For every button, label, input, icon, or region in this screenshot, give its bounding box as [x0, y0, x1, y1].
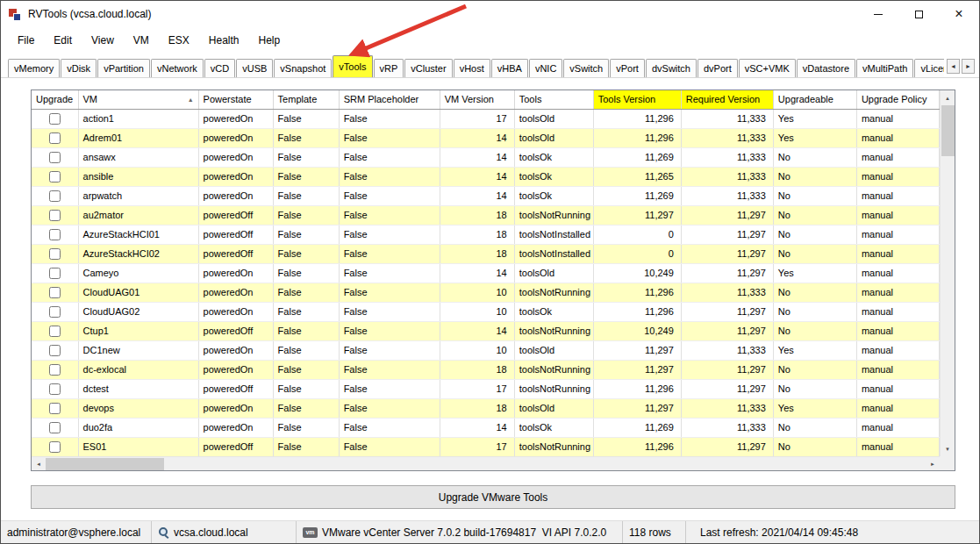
- tab-vhost[interactable]: vHost: [454, 59, 490, 77]
- column-header-vm[interactable]: VM▲: [78, 90, 198, 109]
- column-header-powerstate[interactable]: Powerstate: [198, 90, 273, 109]
- tab-vport[interactable]: vPort: [610, 59, 645, 77]
- tab-vcluster[interactable]: vCluster: [404, 59, 452, 77]
- cell-tools-version: 11,297: [593, 205, 681, 225]
- cell-template: False: [273, 283, 339, 302]
- column-header-tools[interactable]: Tools: [514, 90, 593, 109]
- upgrade-checkbox[interactable]: [49, 171, 61, 183]
- status-user: administrator@vsphere.local: [7, 526, 140, 539]
- tab-scroll-left-button[interactable]: ◄: [947, 59, 960, 74]
- upgrade-checkbox[interactable]: [49, 422, 61, 433]
- tab-vhba[interactable]: vHBA: [491, 59, 528, 77]
- horizontal-scrollbar[interactable]: ◄ ►: [32, 456, 940, 470]
- cell-srm-placeholder: False: [339, 379, 440, 398]
- upgrade-checkbox[interactable]: [49, 403, 61, 414]
- upgrade-checkbox[interactable]: [49, 364, 61, 376]
- tab-vmemory[interactable]: vMemory: [8, 59, 60, 77]
- column-header-required-version[interactable]: Required Version: [681, 90, 773, 109]
- column-header-upgrade[interactable]: Upgrade: [32, 90, 78, 109]
- tab-vrp[interactable]: vRP: [374, 59, 404, 77]
- upgrade-checkbox[interactable]: [49, 248, 61, 260]
- column-header-template[interactable]: Template: [273, 90, 339, 109]
- cell-powerstate: poweredOn: [198, 128, 273, 147]
- cell-required-version: 11,333: [681, 186, 773, 205]
- tab-vdatastore[interactable]: vDatastore: [797, 59, 855, 77]
- tab-scroll-right-button[interactable]: ►: [962, 59, 975, 74]
- tab-vsnapshot[interactable]: vSnapshot: [274, 59, 332, 77]
- menu-health[interactable]: Health: [199, 30, 249, 51]
- cell-vm-version: 17: [440, 379, 514, 398]
- tab-dvport[interactable]: dvPort: [697, 59, 738, 77]
- cell-vm: AzureStackHCI01: [78, 225, 198, 244]
- menu-file[interactable]: File: [8, 30, 44, 51]
- cell-srm-placeholder: False: [339, 225, 440, 244]
- upgrade-checkbox[interactable]: [49, 441, 61, 453]
- column-header-vm-version[interactable]: VM Version: [440, 90, 514, 109]
- tab-vlicense[interactable]: vLicense: [914, 59, 944, 77]
- table-row-es01: ES01poweredOffFalseFalse17toolsNotRunnin…: [32, 437, 940, 456]
- tab-vpartition[interactable]: vPartition: [97, 59, 150, 77]
- table-row-ansible: ansiblepoweredOnFalseFalse14toolsOk11,26…: [32, 167, 940, 186]
- column-header-upgrade-policy[interactable]: Upgrade Policy: [856, 90, 939, 109]
- upgrade-checkbox[interactable]: [49, 132, 61, 144]
- chevron-left-icon: ◄: [950, 63, 956, 69]
- menu-help[interactable]: Help: [249, 30, 290, 51]
- table-row-clouduag02: CloudUAG02poweredOnFalseFalse10toolsOk11…: [32, 302, 940, 321]
- cell-tools-version: 11,296: [593, 128, 681, 147]
- upgrade-checkbox[interactable]: [49, 345, 61, 356]
- table-row-devops: devopspoweredOnFalseFalse18toolsOld11,29…: [32, 398, 940, 418]
- tab-vcd[interactable]: vCD: [204, 59, 235, 77]
- cell-srm-placeholder: False: [339, 186, 440, 205]
- table-body: action1poweredOnFalseFalse17toolsOld11,2…: [32, 109, 940, 456]
- column-header-tools-version[interactable]: Tools Version: [593, 90, 681, 109]
- column-header-upgradeable[interactable]: Upgradeable: [773, 90, 856, 109]
- tab-vdisk[interactable]: vDisk: [61, 59, 97, 77]
- scroll-right-icon[interactable]: ►: [926, 457, 940, 471]
- upgrade-vmware-tools-button[interactable]: Upgrade VMware Tools: [31, 485, 955, 509]
- vertical-scrollbar[interactable]: ▲ ▼: [940, 90, 955, 456]
- cell-tools: toolsOk: [514, 167, 593, 186]
- horizontal-scroll-thumb[interactable]: [46, 458, 164, 470]
- menu-esx[interactable]: ESX: [159, 30, 199, 51]
- tab-vnetwork[interactable]: vNetwork: [151, 59, 204, 77]
- vertical-scroll-thumb[interactable]: [941, 105, 955, 156]
- tab-vnic[interactable]: vNIC: [529, 59, 562, 77]
- cell-srm-placeholder: False: [339, 128, 440, 147]
- cell-vm: Ctup1: [78, 321, 198, 340]
- scroll-down-icon[interactable]: ▼: [941, 441, 955, 456]
- menu-edit[interactable]: Edit: [44, 30, 82, 51]
- upgrade-checkbox[interactable]: [49, 152, 61, 163]
- menu-vm[interactable]: VM: [124, 30, 159, 51]
- tab-vsc-vmk[interactable]: vSC+VMK: [739, 59, 796, 77]
- upgrade-checkbox-cell: [32, 109, 78, 128]
- upgrade-checkbox[interactable]: [49, 229, 61, 240]
- tab-dvswitch[interactable]: dvSwitch: [646, 59, 697, 77]
- cell-upgrade-policy: manual: [856, 205, 939, 225]
- upgrade-checkbox-cell: [32, 398, 78, 418]
- upgrade-checkbox[interactable]: [49, 268, 61, 279]
- scroll-left-icon[interactable]: ◄: [32, 457, 46, 471]
- menu-view[interactable]: View: [82, 30, 124, 51]
- cell-srm-placeholder: False: [339, 418, 440, 437]
- tab-vusb[interactable]: vUSB: [236, 59, 273, 77]
- upgrade-checkbox[interactable]: [49, 306, 61, 318]
- upgrade-checkbox[interactable]: [49, 383, 61, 395]
- close-button[interactable]: ×: [939, 1, 979, 27]
- tab-vmultipath[interactable]: vMultiPath: [856, 59, 913, 77]
- title-bar: RVTools (vcsa.cloud.local) ×: [1, 1, 979, 27]
- tab-vtools[interactable]: vTools: [333, 55, 372, 77]
- minimize-button[interactable]: [858, 1, 898, 27]
- cell-upgradeable: No: [773, 302, 856, 321]
- column-header-srm-placeholder[interactable]: SRM Placeholder: [339, 90, 440, 109]
- upgrade-checkbox[interactable]: [49, 113, 61, 125]
- maximize-button[interactable]: [898, 1, 939, 27]
- tab-vswitch[interactable]: vSwitch: [563, 59, 609, 77]
- scroll-up-icon[interactable]: ▲: [941, 90, 955, 105]
- upgrade-checkbox[interactable]: [49, 287, 61, 298]
- upgrade-checkbox[interactable]: [49, 190, 61, 202]
- cell-powerstate: poweredOn: [198, 109, 273, 128]
- cell-tools: toolsOk: [514, 418, 593, 437]
- upgrade-checkbox[interactable]: [49, 210, 61, 221]
- scrollbar-corner: [940, 456, 955, 470]
- upgrade-checkbox[interactable]: [49, 326, 61, 337]
